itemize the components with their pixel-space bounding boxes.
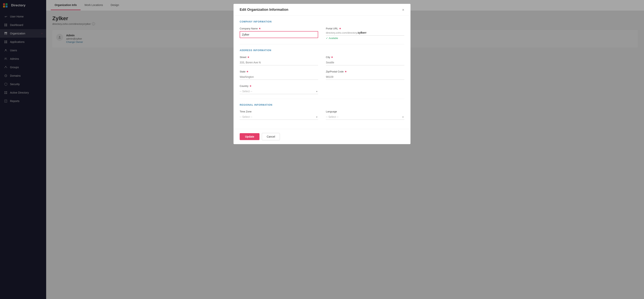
- city-label: City ★: [326, 55, 404, 59]
- city-required: ★: [331, 55, 333, 59]
- regional-divider: [240, 99, 404, 99]
- timezone-language-row: Time Zone -- Select -- Language -- Selec…: [240, 110, 404, 120]
- modal-body: COMPANY INFORMATION Company Name ★ Porta…: [234, 16, 410, 129]
- portal-url-required: ★: [339, 27, 342, 30]
- state-zip-row: State ★ Zip/Postal Code ★: [240, 70, 404, 80]
- country-row: Country ★ -- Select --: [240, 84, 404, 94]
- city-input[interactable]: [326, 60, 404, 65]
- language-label: Language: [326, 110, 404, 113]
- zip-required: ★: [344, 70, 347, 73]
- country-required: ★: [249, 84, 252, 87]
- state-required: ★: [246, 70, 249, 73]
- company-info-row: Company Name ★ Portal URL ★ directory.zo…: [240, 27, 404, 39]
- street-required: ★: [247, 55, 250, 59]
- timezone-label: Time Zone: [240, 110, 318, 113]
- modal-header: Edit Organization Information ×: [234, 4, 410, 16]
- country-label: Country ★: [240, 84, 318, 87]
- update-button[interactable]: Update: [240, 133, 260, 140]
- city-group: City ★: [326, 55, 404, 65]
- close-button[interactable]: ×: [402, 8, 404, 12]
- country-select-wrapper: -- Select --: [240, 89, 318, 94]
- modal-title: Edit Organization Information: [240, 8, 288, 12]
- modal-overlay: Edit Organization Information × COMPANY …: [0, 0, 644, 299]
- address-section-title: ADDRESS INFORMATION: [240, 49, 404, 52]
- zip-label: Zip/Postal Code ★: [326, 70, 404, 73]
- portal-url-prefix: directory.zoho.com/directory/: [326, 31, 358, 34]
- address-divider: [240, 44, 404, 44]
- edit-org-modal: Edit Organization Information × COMPANY …: [234, 4, 410, 144]
- country-group: Country ★ -- Select --: [240, 84, 318, 94]
- street-city-row: Street ★ City ★: [240, 55, 404, 65]
- available-status: ✓ Available: [326, 37, 404, 39]
- zip-input[interactable]: [326, 74, 404, 80]
- zip-group: Zip/Postal Code ★: [326, 70, 404, 80]
- country-select[interactable]: -- Select --: [240, 89, 318, 94]
- portal-url-input-row: directory.zoho.com/directory/: [326, 31, 404, 35]
- check-icon: ✓: [326, 37, 328, 39]
- street-group: Street ★: [240, 55, 318, 65]
- timezone-select[interactable]: -- Select --: [240, 114, 318, 120]
- state-label: State ★: [240, 70, 318, 73]
- portal-url-group: Portal URL ★ directory.zoho.com/director…: [326, 27, 404, 39]
- company-name-required: ★: [258, 27, 261, 30]
- regional-section-title: REGIONAL INFORMATION: [240, 104, 404, 106]
- company-name-group: Company Name ★: [240, 27, 318, 39]
- street-input[interactable]: [240, 60, 318, 65]
- timezone-select-wrapper: -- Select --: [240, 114, 318, 120]
- company-section-title: COMPANY INFORMATION: [240, 20, 404, 23]
- language-select-wrapper: -- Select --: [326, 114, 404, 120]
- language-group: Language -- Select --: [326, 110, 404, 120]
- company-name-input[interactable]: [240, 31, 318, 38]
- portal-url-label: Portal URL ★: [326, 27, 404, 30]
- timezone-group: Time Zone -- Select --: [240, 110, 318, 120]
- state-group: State ★: [240, 70, 318, 80]
- cancel-button[interactable]: Cancel: [262, 133, 280, 140]
- street-label: Street ★: [240, 55, 318, 59]
- company-name-label: Company Name ★: [240, 27, 318, 30]
- state-input[interactable]: [240, 74, 318, 80]
- language-select[interactable]: -- Select --: [326, 114, 404, 120]
- modal-footer: Update Cancel: [234, 129, 410, 144]
- portal-url-input[interactable]: [358, 31, 373, 34]
